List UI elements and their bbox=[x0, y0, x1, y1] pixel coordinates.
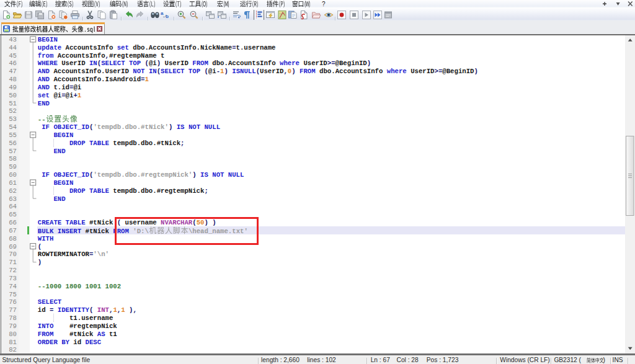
svg-text:b: b bbox=[166, 14, 169, 19]
svg-text:a: a bbox=[161, 11, 164, 16]
